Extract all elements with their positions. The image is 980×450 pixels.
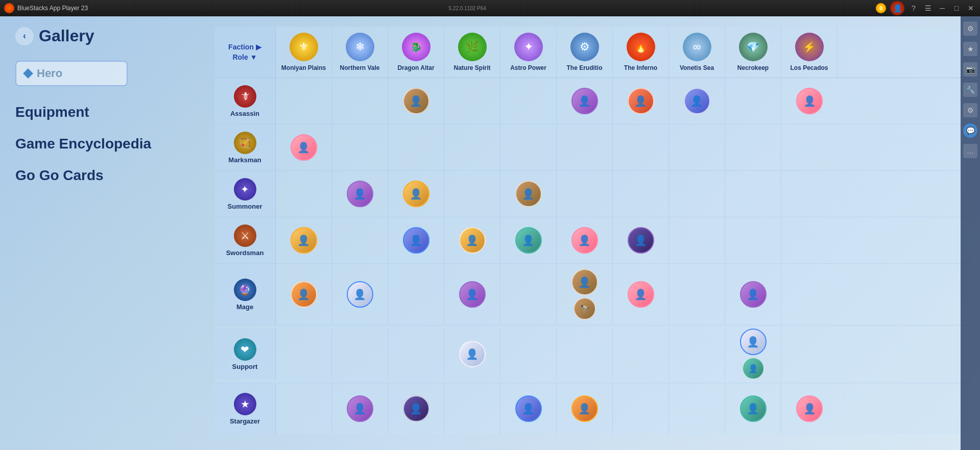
back-button[interactable]: ‹ [15,27,34,45]
hero-avatar[interactable]: 👤 [628,281,654,308]
profile-icon[interactable]: 👤 [890,1,904,15]
hero-avatar[interactable]: 👤 [347,181,373,207]
hero-cell-stargazer-lospec[interactable]: 👤 [781,383,838,434]
hero-avatar[interactable]: 👤 [740,281,767,308]
hero-cell-assassin-dragon[interactable]: 👤 [388,78,444,124]
sidebar-item-encyclopedia[interactable]: Game Encyclopedia [15,133,189,155]
hero-avatar[interactable]: 👤 [403,395,429,422]
hero-cell-support-inferno [613,329,669,380]
hero-cell-stargazer-northern[interactable]: 👤 [332,383,388,434]
hero-avatar[interactable]: 👤 [291,134,317,161]
hero-cell-swordsman-inferno[interactable]: 👤 [613,217,669,263]
hero-cell-mage-northern[interactable]: 👤 [332,264,388,325]
hero-cell-mage-eruditio[interactable]: 👤 🔭 [557,264,613,325]
hero-avatar[interactable]: 👤 [515,181,542,207]
sidebar-icon-star[interactable]: ★ [963,42,977,56]
hero-cell-mage-necro[interactable]: 👤 [725,264,781,325]
hero-avatar[interactable]: 👤 [403,227,429,254]
role-row-stargazer: ★ Stargazer 👤 👤 👤 👤 [214,383,970,434]
hero-avatar[interactable]: 🔭 [573,297,596,320]
hero-cell-marksman-moniyan[interactable]: 👤 [276,124,332,170]
faction-icon-vonetis: ∞ [683,33,711,61]
faction-col-eruditio[interactable]: ⚙ The Eruditio [557,27,613,78]
hero-avatar[interactable]: 👤 [740,395,767,422]
hero-cell-mage-nature[interactable]: 👤 [444,264,500,325]
restore-icon[interactable]: □ [951,3,962,13]
faction-col-necro[interactable]: 💎 Necrokeep [725,27,781,78]
hero-avatar[interactable]: 👤 [571,88,598,114]
sidebar-icon-more[interactable]: … [963,144,977,158]
hero-avatar[interactable]: 👤 [347,281,373,308]
hero-cell-summoner-northern[interactable]: 👤 [332,171,388,217]
hero-avatar[interactable]: 👤 [403,88,429,114]
hero-cell-support-nature[interactable]: 👤 [444,329,500,380]
sidebar-icon-camera[interactable]: 📷 [963,62,977,77]
hero-avatar[interactable]: 👤 [684,88,710,114]
hero-cell-assassin-inferno[interactable]: 👤 [613,78,669,124]
sidebar-icon-settings[interactable]: ⚙ [963,21,977,36]
hero-avatar[interactable]: 👤 [515,227,542,254]
hero-cell-swordsman-dragon[interactable]: 👤 [388,217,444,263]
faction-col-dragon[interactable]: 🐉 Dragon Altar [388,27,444,78]
faction-button[interactable]: Faction ▶ [228,43,261,51]
hero-avatar[interactable]: 👤 [628,88,654,114]
hero-cell-stargazer-dragon[interactable]: 👤 [388,383,444,434]
hero-avatar[interactable]: 👤 [291,227,317,254]
hero-cell-support-necro[interactable]: 👤 👤 [725,326,781,383]
hero-cell-mage-moniyan[interactable]: 👤 [276,264,332,325]
hero-cell-assassin-lospec[interactable]: 👤 [781,78,838,124]
faction-col-inferno[interactable]: 🔥 The Inferno [613,27,669,78]
hero-avatar[interactable]: 👤 [571,269,598,295]
hero-search-box[interactable]: Hero [15,61,128,86]
sidebar-item-gogocards[interactable]: Go Go Cards [15,165,189,186]
faction-col-northern[interactable]: ❄ Northern Vale [332,27,388,78]
hero-avatar[interactable]: 👤 [459,281,486,308]
sidebar-icon-tool2[interactable]: ⚙ [963,103,977,117]
hero-cell-stargazer-necro[interactable]: 👤 [725,383,781,434]
hero-cell-summoner-astro[interactable]: 👤 [500,171,557,217]
faction-col-moniyan[interactable]: ⚜ Moniyan Plains [276,27,332,78]
hero-avatar[interactable]: 👤 [347,395,373,422]
hero-avatar[interactable]: 👤 [459,227,486,254]
hero-avatar[interactable]: 👤 [740,329,767,355]
hero-cell-marksman-inferno [613,124,669,170]
hero-cell-marksman-lospec [781,124,838,170]
role-button[interactable]: Role ▼ [232,53,257,61]
hero-cell-swordsman-moniyan[interactable]: 👤 [276,217,332,263]
hero-avatar[interactable]: 👤 [571,227,598,254]
close-icon[interactable]: ✕ [966,3,976,13]
hero-cell-swordsman-eruditio[interactable]: 👤 [557,217,613,263]
sidebar-icon-chat[interactable]: 💬 [963,123,977,138]
hero-avatar[interactable]: 👤 [291,281,317,308]
hero-avatar[interactable]: 👤 [571,395,598,422]
hero-cell-stargazer-eruditio[interactable]: 👤 [557,383,613,434]
hero-avatar[interactable]: 👤 [515,395,542,422]
hero-cell-swordsman-astro[interactable]: 👤 [500,217,557,263]
title-bar: BlueStacks App Player 23 5.22.0.1102 P64… [0,0,980,16]
hero-avatar[interactable]: 👤 [796,395,823,422]
hero-cell-swordsman-nature[interactable]: 👤 [444,217,500,263]
hero-avatar[interactable]: 👤 [742,357,764,380]
hero-cell-support-vonetis [669,329,725,380]
hero-cell-mage-inferno[interactable]: 👤 [613,264,669,325]
faction-col-lospec[interactable]: ⚡ Los Pecados [781,27,838,78]
faction-name-moniyan: Moniyan Plains [281,64,326,72]
sidebar-item-equipment[interactable]: Equipment [15,102,189,123]
faction-col-vonetis[interactable]: ∞ Vonetis Sea [669,27,725,78]
hero-cell-assassin-eruditio[interactable]: 👤 [557,78,613,124]
hero-avatar[interactable]: 👤 [403,181,429,207]
minimize-icon[interactable]: ─ [937,3,947,13]
faction-col-astro[interactable]: ✦ Astro Power [500,27,557,78]
hero-avatar[interactable]: 👤 [628,227,654,254]
help-icon[interactable]: ? [909,3,919,13]
sidebar-icon-tool1[interactable]: 🔧 [963,83,977,97]
faction-icon-necro: 💎 [739,33,768,61]
hero-cell-assassin-vonetis[interactable]: 👤 [669,78,725,124]
hero-cell-stargazer-astro[interactable]: 👤 [500,383,557,434]
hero-avatar[interactable]: 👤 [459,341,486,367]
hero-cell-summoner-dragon[interactable]: 👤 [388,171,444,217]
faction-col-nature[interactable]: 🌿 Nature Spirit [444,27,500,78]
role-row-mage: 🔮 Mage 👤 👤 👤 👤 [214,264,970,326]
hero-avatar[interactable]: 👤 [796,88,823,114]
menu-icon[interactable]: ☰ [923,3,933,13]
